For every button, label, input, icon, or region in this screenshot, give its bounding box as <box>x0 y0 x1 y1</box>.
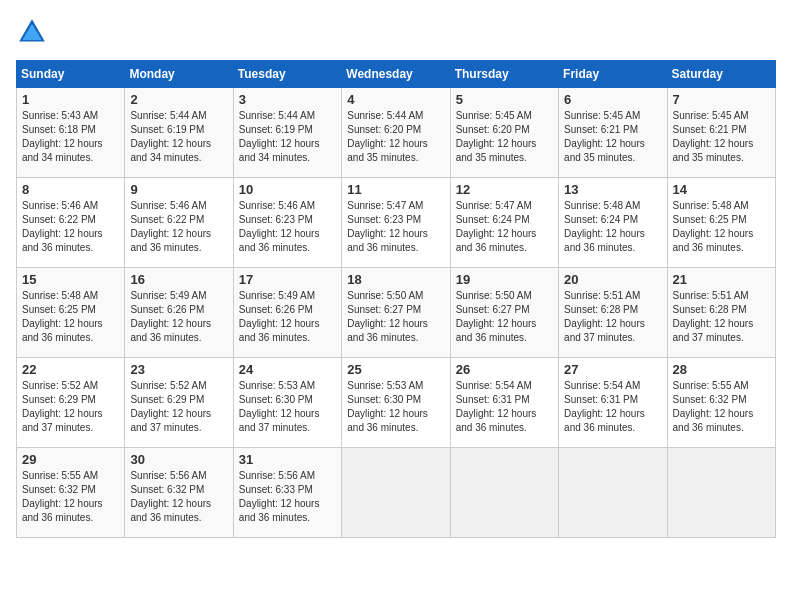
table-row: 17Sunrise: 5:49 AM Sunset: 6:26 PM Dayli… <box>233 268 341 358</box>
header-friday: Friday <box>559 61 667 88</box>
header-sunday: Sunday <box>17 61 125 88</box>
table-row: 31Sunrise: 5:56 AM Sunset: 6:33 PM Dayli… <box>233 448 341 538</box>
table-row: 20Sunrise: 5:51 AM Sunset: 6:28 PM Dayli… <box>559 268 667 358</box>
table-row: 16Sunrise: 5:49 AM Sunset: 6:26 PM Dayli… <box>125 268 233 358</box>
table-row: 22Sunrise: 5:52 AM Sunset: 6:29 PM Dayli… <box>17 358 125 448</box>
calendar-week-1: 8Sunrise: 5:46 AM Sunset: 6:22 PM Daylig… <box>17 178 776 268</box>
table-row: 28Sunrise: 5:55 AM Sunset: 6:32 PM Dayli… <box>667 358 775 448</box>
table-row: 18Sunrise: 5:50 AM Sunset: 6:27 PM Dayli… <box>342 268 450 358</box>
table-row: 4Sunrise: 5:44 AM Sunset: 6:20 PM Daylig… <box>342 88 450 178</box>
table-row: 11Sunrise: 5:47 AM Sunset: 6:23 PM Dayli… <box>342 178 450 268</box>
header-tuesday: Tuesday <box>233 61 341 88</box>
page-header <box>16 16 776 48</box>
table-row: 7Sunrise: 5:45 AM Sunset: 6:21 PM Daylig… <box>667 88 775 178</box>
table-row: 9Sunrise: 5:46 AM Sunset: 6:22 PM Daylig… <box>125 178 233 268</box>
calendar-header-row: SundayMondayTuesdayWednesdayThursdayFrid… <box>17 61 776 88</box>
table-row <box>667 448 775 538</box>
table-row: 3Sunrise: 5:44 AM Sunset: 6:19 PM Daylig… <box>233 88 341 178</box>
header-wednesday: Wednesday <box>342 61 450 88</box>
header-saturday: Saturday <box>667 61 775 88</box>
calendar-week-0: 1Sunrise: 5:43 AM Sunset: 6:18 PM Daylig… <box>17 88 776 178</box>
table-row: 30Sunrise: 5:56 AM Sunset: 6:32 PM Dayli… <box>125 448 233 538</box>
table-row: 19Sunrise: 5:50 AM Sunset: 6:27 PM Dayli… <box>450 268 558 358</box>
table-row: 29Sunrise: 5:55 AM Sunset: 6:32 PM Dayli… <box>17 448 125 538</box>
table-row: 6Sunrise: 5:45 AM Sunset: 6:21 PM Daylig… <box>559 88 667 178</box>
header-thursday: Thursday <box>450 61 558 88</box>
header-monday: Monday <box>125 61 233 88</box>
table-row: 27Sunrise: 5:54 AM Sunset: 6:31 PM Dayli… <box>559 358 667 448</box>
logo <box>16 16 54 48</box>
table-row <box>559 448 667 538</box>
table-row: 15Sunrise: 5:48 AM Sunset: 6:25 PM Dayli… <box>17 268 125 358</box>
calendar-week-3: 22Sunrise: 5:52 AM Sunset: 6:29 PM Dayli… <box>17 358 776 448</box>
table-row: 8Sunrise: 5:46 AM Sunset: 6:22 PM Daylig… <box>17 178 125 268</box>
calendar-week-2: 15Sunrise: 5:48 AM Sunset: 6:25 PM Dayli… <box>17 268 776 358</box>
table-row: 23Sunrise: 5:52 AM Sunset: 6:29 PM Dayli… <box>125 358 233 448</box>
table-row: 21Sunrise: 5:51 AM Sunset: 6:28 PM Dayli… <box>667 268 775 358</box>
table-row: 26Sunrise: 5:54 AM Sunset: 6:31 PM Dayli… <box>450 358 558 448</box>
table-row: 13Sunrise: 5:48 AM Sunset: 6:24 PM Dayli… <box>559 178 667 268</box>
table-row: 5Sunrise: 5:45 AM Sunset: 6:20 PM Daylig… <box>450 88 558 178</box>
table-row: 25Sunrise: 5:53 AM Sunset: 6:30 PM Dayli… <box>342 358 450 448</box>
table-row <box>342 448 450 538</box>
calendar-week-4: 29Sunrise: 5:55 AM Sunset: 6:32 PM Dayli… <box>17 448 776 538</box>
table-row: 24Sunrise: 5:53 AM Sunset: 6:30 PM Dayli… <box>233 358 341 448</box>
table-row: 12Sunrise: 5:47 AM Sunset: 6:24 PM Dayli… <box>450 178 558 268</box>
table-row <box>450 448 558 538</box>
calendar-table: SundayMondayTuesdayWednesdayThursdayFrid… <box>16 60 776 538</box>
logo-icon <box>16 16 48 48</box>
table-row: 1Sunrise: 5:43 AM Sunset: 6:18 PM Daylig… <box>17 88 125 178</box>
table-row: 14Sunrise: 5:48 AM Sunset: 6:25 PM Dayli… <box>667 178 775 268</box>
table-row: 2Sunrise: 5:44 AM Sunset: 6:19 PM Daylig… <box>125 88 233 178</box>
table-row: 10Sunrise: 5:46 AM Sunset: 6:23 PM Dayli… <box>233 178 341 268</box>
